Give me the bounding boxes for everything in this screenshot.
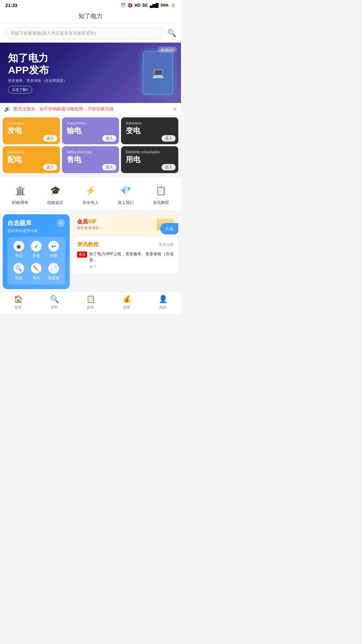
search-icon[interactable]: 🔍	[167, 29, 176, 38]
quicknav-item-zhicheng[interactable]: 🏛️ 职称调考	[12, 183, 28, 206]
home-label: 首页	[14, 305, 22, 310]
news-card: 资讯教程 查看全部 最新 知了电力APP上线，更多服务、更多体验（含读屏... …	[72, 237, 178, 273]
news-content: 知了电力APP上线，更多服务、更多体验（含读屏...	[89, 251, 174, 263]
page-header: 知了电力	[0, 9, 181, 24]
mine-label: 我的	[159, 305, 167, 310]
search-label: 搜题	[15, 275, 22, 280]
nav-bank[interactable]: 📋 题库	[72, 295, 109, 310]
vip-card[interactable]: 会员VIP 眼时集赞领取！ 入会	[72, 214, 178, 234]
banner-button[interactable]: 点击了解>	[8, 86, 32, 94]
single-choice-icon: ◉	[13, 241, 24, 252]
news-icon: 📋	[154, 183, 168, 198]
bank-item-single[interactable]: ◉ 单选	[11, 241, 26, 258]
enter-button[interactable]: 进入	[162, 164, 176, 170]
bank-item-search[interactable]: 🔍 搜题	[11, 263, 26, 280]
single-choice-label: 单选	[15, 253, 22, 258]
bank-grid: ◉ 单选 ✓ 多选 ↩ 判断 🔍 搜题 ✏️ 考试	[11, 241, 61, 280]
bank-item-judge[interactable]: ↩ 判断	[46, 241, 61, 258]
nav-material[interactable]: 🔍 资料	[36, 295, 72, 310]
banner[interactable]: 知了电力 APP发布 更多服务、更多体验（含读屏搜题） 点击了解> Androi…	[0, 43, 181, 103]
quicknav-item-news[interactable]: 📋 资讯教程	[153, 183, 169, 206]
nav-mine[interactable]: 👤 我的	[145, 295, 181, 310]
category-en-label: Transmission	[67, 121, 115, 125]
bank-item-exam[interactable]: ✏️ 考试	[29, 263, 44, 280]
enter-button[interactable]: 进入	[102, 135, 116, 142]
category-substation[interactable]: Substation 变电 进入	[121, 117, 178, 144]
category-en-label: Electricity consumption	[126, 150, 174, 154]
mine-icon: 👤	[159, 295, 168, 304]
material-icon: 🔍	[50, 295, 59, 304]
join-vip-button[interactable]: 入会	[160, 223, 178, 234]
banner-text: 知了电力 APP发布 更多服务、更多体验（含读屏搜题） 点击了解>	[8, 52, 143, 94]
custom-bank-header: 自选题库 +	[7, 219, 65, 227]
category-selling[interactable]: Selling electricity 售电 进入	[62, 146, 119, 173]
android-badge: Android	[158, 47, 177, 53]
category-transmission[interactable]: Transmission 输电 进入	[62, 117, 119, 144]
banner-title: 知了电力 APP发布	[8, 52, 143, 76]
judge-icon: ↩	[48, 241, 59, 252]
nav-collection[interactable]: 💰 合集	[109, 295, 145, 310]
quicknav-item-jiaru[interactable]: 💎 加入我们	[118, 183, 134, 206]
enter-button[interactable]: 进入	[102, 164, 116, 170]
news-more-link[interactable]: 查看全部	[159, 242, 174, 247]
vip-subtitle: 眼时集赞领取！	[77, 225, 103, 230]
multi-choice-icon: ✓	[31, 241, 42, 252]
notice-text: 图无法显示，但不影响刷题功能使用，尽快切换完成	[13, 106, 170, 112]
search-q-icon: 🔍	[13, 263, 24, 274]
category-en-label: Selling electricity	[67, 150, 115, 154]
news-title: 资讯教程	[77, 241, 99, 248]
vip-title: 会员VIP	[77, 218, 103, 225]
paper-label: 纸质版	[48, 275, 59, 280]
quicknav-item-anquan[interactable]: ⚡ 安全准入	[82, 183, 99, 206]
news-item[interactable]: 最新 知了电力APP上线，更多服务、更多体验（含读屏... 知了	[77, 251, 174, 269]
custom-bank-title: 自选题库	[7, 219, 32, 227]
bank-item-paper[interactable]: 📄 纸质版	[46, 263, 61, 280]
news-author: 知了	[89, 264, 174, 269]
paper-icon: 📄	[48, 263, 59, 274]
category-zh-label: 配电	[7, 155, 55, 165]
vip-text: 会员VIP 眼时集赞领取！	[77, 218, 103, 230]
category-generation[interactable]: Generation 发电 进入	[3, 117, 60, 144]
enter-button[interactable]: 进入	[162, 135, 176, 142]
enter-button[interactable]: 进入	[43, 164, 57, 170]
category-distributing[interactable]: Distributing 配电 进入	[3, 146, 60, 173]
category-consumption[interactable]: Electricity consumption 用电 进入	[121, 146, 178, 173]
collection-icon: 💰	[122, 295, 131, 304]
news-nav-label: 资讯教程	[153, 200, 169, 206]
jiaru-label: 加入我们	[118, 200, 134, 206]
search-bar: 关键字全题搜索(进入对应题库查询速度更快) 🔍	[0, 24, 181, 43]
quicknav-item-jineng[interactable]: 🎓 技能鉴定	[47, 183, 63, 206]
volume-icon: 🔊	[4, 106, 11, 112]
jineng-label: 技能鉴定	[47, 200, 63, 206]
banner-subtitle: 更多服务、更多体验（含读屏搜题）	[8, 78, 143, 83]
collection-label: 合集	[123, 305, 130, 310]
home-icon: 🏠	[14, 295, 23, 304]
page-title: 知了电力	[78, 13, 103, 19]
status-bar: 21:33 ⏰ 🔇 HD 5G ▄▆█ 55% 🔋	[0, 0, 181, 9]
news-body: 知了电力APP上线，更多服务、更多体验（含读屏... 知了	[89, 251, 174, 269]
bottom-nav: 🏠 首页 🔍 资料 📋 题库 💰 合集 👤 我的	[0, 292, 181, 314]
anquan-label: 安全准入	[82, 200, 99, 206]
exam-icon: ✏️	[31, 263, 42, 274]
status-time: 21:33	[5, 3, 17, 8]
enter-button[interactable]: 进入	[43, 135, 57, 142]
bottom-section: 自选题库 + 题库类别/题库名称 ◉ 单选 ✓ 多选 ↩ 判断 🔍	[0, 212, 181, 292]
material-label: 资料	[51, 305, 58, 310]
zhicheng-label: 职称调考	[12, 200, 28, 206]
banner-device-image: 💻	[143, 51, 173, 95]
signal-label: 5G	[142, 3, 148, 8]
custom-bank-card: 自选题库 + 题库类别/题库名称 ◉ 单选 ✓ 多选 ↩ 判断 🔍	[3, 214, 70, 289]
multi-choice-label: 多选	[33, 253, 40, 258]
category-zh-label: 用电	[126, 155, 174, 165]
add-bank-icon[interactable]: +	[57, 219, 65, 227]
close-icon[interactable]: ✕	[173, 106, 177, 112]
category-grid: Generation 发电 进入 Transmission 输电 进入 Subs…	[0, 115, 181, 176]
anquan-icon: ⚡	[83, 183, 98, 198]
nav-home[interactable]: 🏠 首页	[0, 295, 36, 310]
search-input[interactable]: 关键字全题搜索(进入对应题库查询速度更快)	[5, 27, 165, 39]
vip-badge: VIP	[88, 219, 97, 224]
news-badge: 最新	[77, 252, 87, 258]
battery-label: 55%	[161, 3, 169, 8]
jiaru-icon: 💎	[118, 183, 133, 198]
bank-item-multi[interactable]: ✓ 多选	[29, 241, 44, 258]
